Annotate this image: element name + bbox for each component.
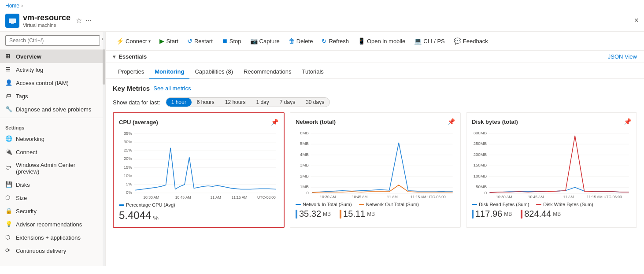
capture-button[interactable]: 📷 Capture bbox=[247, 35, 283, 47]
cpu-chart-card[interactable]: CPU (average) 📌 35% 30% 25% 20% 15% 10% … bbox=[113, 112, 285, 228]
svg-text:20%: 20% bbox=[124, 156, 133, 161]
cli-button[interactable]: 💻 CLI / PS bbox=[411, 35, 448, 47]
scrollbar-thumb[interactable] bbox=[103, 49, 105, 85]
start-btn-label: Start bbox=[166, 38, 178, 44]
svg-text:10:45 AM: 10:45 AM bbox=[528, 195, 544, 199]
more-icon[interactable]: ··· bbox=[85, 16, 91, 25]
sidebar-item-label: Tags bbox=[16, 93, 28, 100]
network-chart-container: 6MB 5MB 4MB 3MB 2MB 1MB 0 bbox=[296, 129, 455, 199]
sidebar-item-connect[interactable]: 🔌 Connect bbox=[0, 145, 105, 159]
sidebar-item-continuous-delivery[interactable]: ⟳ Continuous delivery bbox=[0, 244, 105, 257]
network-chart-card[interactable]: Network (total) 📌 6MB 5MB 4MB 3MB 2MB 1M… bbox=[290, 112, 461, 228]
essentials-chevron-icon[interactable]: ▾ bbox=[113, 53, 116, 60]
advisor-icon: 💡 bbox=[5, 221, 12, 228]
sidebar: ‹‹ ⊞ Overview ☰ Activity log 👤 Access co… bbox=[0, 32, 106, 266]
connect-dropdown-icon: ▾ bbox=[148, 39, 151, 44]
network-in-unit: MB bbox=[323, 211, 331, 217]
time-option-7d[interactable]: 7 days bbox=[274, 98, 300, 107]
network-pin-icon[interactable]: 📌 bbox=[448, 118, 455, 125]
see-all-metrics-link[interactable]: See all metrics bbox=[153, 85, 191, 92]
time-filter-label: Show data for last: bbox=[113, 99, 160, 106]
json-view-link[interactable]: JSON View bbox=[608, 53, 637, 60]
stop-button[interactable]: ⏹ Stop bbox=[218, 35, 245, 47]
feedback-btn-icon: 💬 bbox=[454, 37, 461, 44]
svg-text:2MB: 2MB bbox=[300, 174, 309, 178]
sidebar-item-size[interactable]: ⬡ Size bbox=[0, 191, 105, 204]
svg-rect-2 bbox=[10, 24, 15, 24]
delete-button[interactable]: 🗑 Delete bbox=[285, 35, 317, 47]
tab-tutorials[interactable]: Tutorials bbox=[297, 65, 329, 79]
restart-button[interactable]: ↺ Restart bbox=[184, 35, 216, 47]
favorite-icon[interactable]: ☆ bbox=[76, 16, 82, 25]
settings-section-label: Settings bbox=[0, 120, 105, 132]
sidebar-item-activity-log[interactable]: ☰ Activity log bbox=[0, 63, 105, 76]
network-out-legend-label: Network Out Total (Sum) bbox=[366, 202, 419, 207]
cli-btn-label: CLI / PS bbox=[423, 38, 444, 44]
time-option-6h[interactable]: 6 hours bbox=[192, 98, 220, 107]
sidebar-item-overview[interactable]: ⊞ Overview bbox=[0, 50, 105, 63]
feedback-button[interactable]: 💬 Feedback bbox=[450, 35, 492, 47]
cpu-value-number: 5.4044 bbox=[119, 209, 151, 222]
mobile-button[interactable]: 📱 Open in mobile bbox=[354, 35, 409, 47]
svg-text:11:15 AM UTC-06:00: 11:15 AM UTC-06:00 bbox=[411, 195, 446, 199]
refresh-button[interactable]: ↻ Refresh bbox=[318, 35, 352, 47]
sidebar-search-container bbox=[0, 32, 105, 50]
capture-btn-label: Capture bbox=[259, 38, 280, 44]
sidebar-item-extensions[interactable]: ⬡ Extensions + applications bbox=[0, 231, 105, 244]
tab-monitoring[interactable]: Monitoring bbox=[149, 65, 189, 79]
cpu-title-text: CPU (average) bbox=[119, 119, 158, 126]
disk-read-bar bbox=[472, 210, 474, 218]
tab-capabilities[interactable]: Capabilities (8) bbox=[189, 65, 238, 79]
cpu-pin-icon[interactable]: 📌 bbox=[271, 118, 278, 126]
time-option-30d[interactable]: 30 days bbox=[300, 98, 329, 107]
sidebar-item-windows-admin[interactable]: 🛡 Windows Admin Center (preview) bbox=[0, 159, 105, 178]
tab-recommendations[interactable]: Recommendations bbox=[238, 65, 296, 79]
svg-text:5MB: 5MB bbox=[300, 141, 309, 146]
sidebar-item-advisor[interactable]: 💡 Advisor recommendations bbox=[0, 218, 105, 231]
disk-read-value-item: 117.96 MB bbox=[472, 209, 512, 219]
sidebar-item-label: Windows Admin Center (preview) bbox=[16, 162, 100, 175]
stop-btn-label: Stop bbox=[229, 38, 241, 44]
svg-text:0%: 0% bbox=[126, 190, 132, 195]
sidebar-item-security[interactable]: 🔒 Security bbox=[0, 204, 105, 218]
sidebar-item-networking[interactable]: 🌐 Networking bbox=[0, 132, 105, 145]
disk-chart-title: Disk bytes (total) 📌 bbox=[472, 118, 631, 125]
svg-text:15%: 15% bbox=[124, 165, 133, 170]
metrics-header: Key Metrics See all metrics bbox=[106, 79, 644, 96]
cpu-value-unit: % bbox=[153, 215, 158, 222]
time-option-1d[interactable]: 1 day bbox=[251, 98, 274, 107]
sidebar-item-disks[interactable]: 💾 Disks bbox=[0, 178, 105, 191]
breadcrumb-home[interactable]: Home bbox=[5, 3, 19, 9]
sidebar-divider bbox=[0, 118, 105, 118]
access-control-icon: 👤 bbox=[5, 79, 12, 86]
disk-pin-icon[interactable]: 📌 bbox=[624, 118, 631, 125]
essentials-label: Essentials bbox=[118, 53, 147, 60]
disk-chart-card[interactable]: Disk bytes (total) 📌 300MB 250MB 200MB 1… bbox=[466, 112, 637, 228]
sidebar-item-diagnose[interactable]: 🔧 Diagnose and solve problems bbox=[0, 103, 105, 116]
activity-log-icon: ☰ bbox=[5, 66, 12, 73]
network-chart-title: Network (total) 📌 bbox=[296, 118, 455, 125]
tab-properties[interactable]: Properties bbox=[113, 65, 149, 79]
resource-title-block: vm-resource Virtual machine bbox=[23, 13, 70, 28]
security-icon: 🔒 bbox=[5, 207, 12, 215]
close-button[interactable]: × bbox=[634, 16, 639, 25]
connect-icon: 🔌 bbox=[5, 148, 12, 156]
network-in-value-item: 35.32 MB bbox=[296, 209, 331, 219]
search-input[interactable] bbox=[5, 35, 100, 46]
time-option-12h[interactable]: 12 hours bbox=[220, 98, 251, 107]
time-option-1h[interactable]: 1 hour bbox=[166, 98, 192, 107]
size-icon: ⬡ bbox=[5, 194, 12, 201]
disk-read-value: 117.96 bbox=[475, 209, 502, 219]
network-in-bar bbox=[296, 210, 297, 218]
svg-text:100MB: 100MB bbox=[474, 174, 487, 178]
delivery-icon: ⟳ bbox=[5, 247, 12, 254]
connect-button[interactable]: ⚡ Connect ▾ bbox=[113, 35, 154, 47]
delete-btn-label: Delete bbox=[296, 38, 313, 44]
network-out-value: 15.11 bbox=[343, 209, 365, 219]
sidebar-item-tags[interactable]: 🏷 Tags bbox=[0, 89, 105, 103]
main-layout: ‹‹ ⊞ Overview ☰ Activity log 👤 Access co… bbox=[0, 32, 644, 266]
svg-text:4MB: 4MB bbox=[300, 152, 309, 157]
sidebar-item-access-control[interactable]: 👤 Access control (IAM) bbox=[0, 76, 105, 89]
start-button[interactable]: ▶ Start bbox=[156, 35, 181, 47]
network-values-row: 35.32 MB 15.11 MB bbox=[296, 209, 455, 219]
